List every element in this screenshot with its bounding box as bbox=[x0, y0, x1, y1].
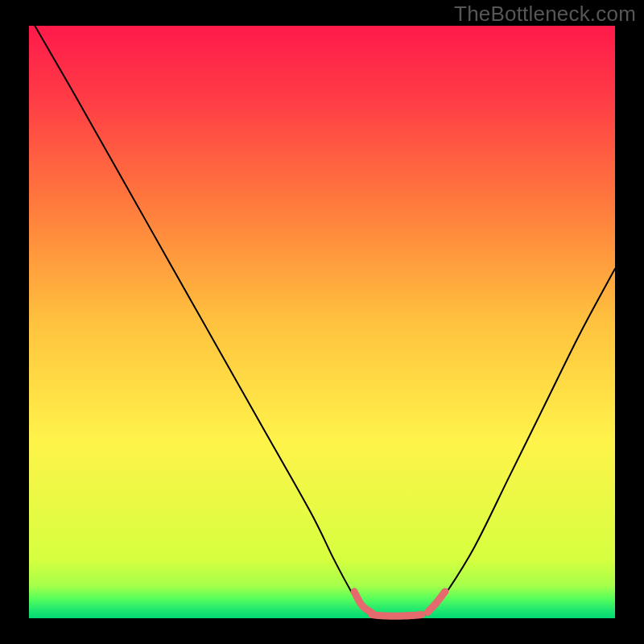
series-highlight-bottom bbox=[372, 615, 422, 617]
bottleneck-chart bbox=[0, 0, 644, 644]
watermark-text: TheBottleneck.com bbox=[454, 2, 636, 27]
gradient-background bbox=[29, 26, 615, 618]
chart-frame: { "watermark": "TheBottleneck.com", "cha… bbox=[0, 0, 644, 644]
